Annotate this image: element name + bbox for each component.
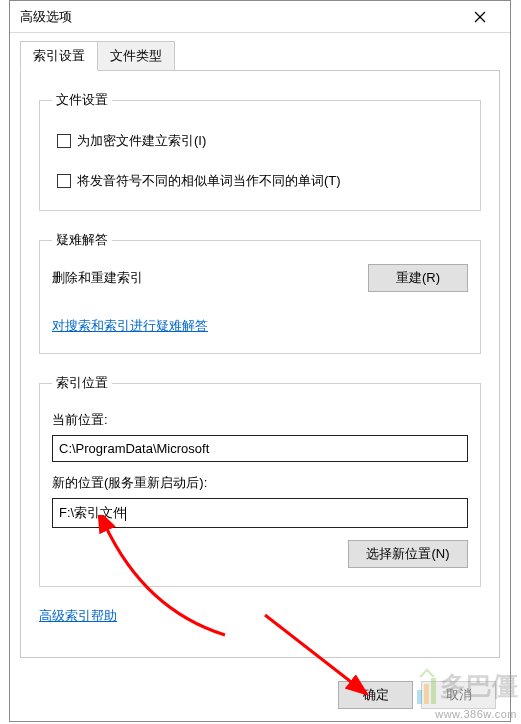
advanced-help-link[interactable]: 高级索引帮助 <box>39 608 117 623</box>
delete-rebuild-text: 删除和重建索引 <box>52 269 143 287</box>
cancel-button[interactable]: 取消 <box>421 681 496 709</box>
new-location-value: F:\索引文件 <box>59 505 126 520</box>
window-title: 高级选项 <box>20 8 460 26</box>
select-location-row: 选择新位置(N) <box>52 540 468 568</box>
close-icon <box>474 11 486 23</box>
troubleshoot-link[interactable]: 对搜索和索引进行疑难解答 <box>52 318 208 333</box>
dialog-buttons: 确定 取消 <box>338 681 496 709</box>
new-location-label: 新的位置(服务重新启动后): <box>52 474 468 492</box>
tab-file-types[interactable]: 文件类型 <box>97 41 175 70</box>
new-location-input[interactable]: F:\索引文件 <box>52 498 468 528</box>
phonetic-row: 将发音符号不同的相似单词当作不同的单词(T) <box>57 172 468 190</box>
phonetic-label: 将发音符号不同的相似单词当作不同的单词(T) <box>77 172 341 190</box>
current-location-field: C:\ProgramData\Microsoft <box>52 435 468 462</box>
file-settings-group: 文件设置 为加密文件建立索引(I) 将发音符号不同的相似单词当作不同的单词(T) <box>39 91 481 211</box>
current-location-label: 当前位置: <box>52 411 468 429</box>
help-link-row: 高级索引帮助 <box>39 607 481 625</box>
troubleshoot-group: 疑难解答 删除和重建索引 重建(R) 对搜索和索引进行疑难解答 <box>39 231 481 354</box>
encrypt-row: 为加密文件建立索引(I) <box>57 132 468 150</box>
tab-panel: 文件设置 为加密文件建立索引(I) 将发音符号不同的相似单词当作不同的单词(T)… <box>20 70 500 658</box>
text-cursor <box>125 507 126 521</box>
rebuild-button[interactable]: 重建(R) <box>368 264 468 292</box>
phonetic-checkbox[interactable] <box>57 174 71 188</box>
content-area: 索引设置 文件类型 文件设置 为加密文件建立索引(I) 将发音符号不同的相似单词… <box>10 33 510 658</box>
index-location-legend: 索引位置 <box>52 374 112 392</box>
current-location-value: C:\ProgramData\Microsoft <box>59 441 209 456</box>
select-new-location-button[interactable]: 选择新位置(N) <box>348 540 468 568</box>
titlebar: 高级选项 <box>10 1 510 33</box>
tab-strip: 索引设置 文件类型 <box>20 41 500 70</box>
rebuild-row: 删除和重建索引 重建(R) <box>52 264 468 292</box>
index-location-group: 索引位置 当前位置: C:\ProgramData\Microsoft 新的位置… <box>39 374 481 587</box>
encrypt-label: 为加密文件建立索引(I) <box>77 132 206 150</box>
troubleshoot-legend: 疑难解答 <box>52 231 112 249</box>
close-button[interactable] <box>460 3 500 31</box>
file-settings-legend: 文件设置 <box>52 91 112 109</box>
ok-button[interactable]: 确定 <box>338 681 413 709</box>
dialog-window: 高级选项 索引设置 文件类型 文件设置 为加密文件建立索引(I) 将发音符号 <box>9 0 511 722</box>
tab-index-settings[interactable]: 索引设置 <box>20 41 98 71</box>
encrypt-checkbox[interactable] <box>57 134 71 148</box>
